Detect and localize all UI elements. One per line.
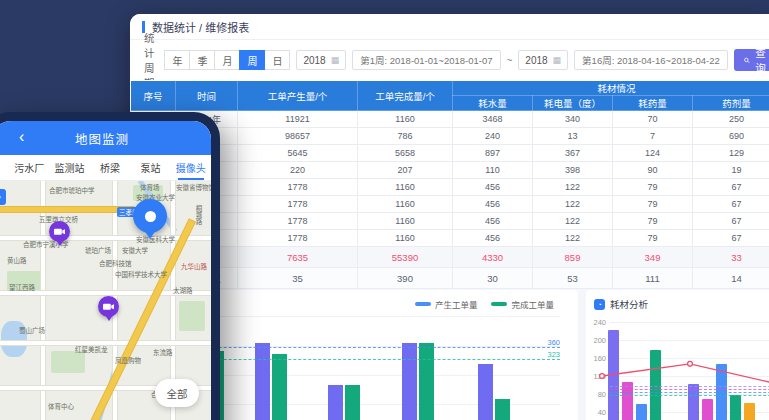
- y-axis-tick: 40: [586, 408, 606, 417]
- map-view[interactable]: › 全部 合肥市琥珀中学体育场安徽农业大学安徽省博物馆桐城路五里墩立交桥三孝口安…: [0, 181, 211, 420]
- y-axis-tick: 240: [586, 318, 606, 327]
- y-axis-tick: 200: [586, 336, 606, 345]
- table-total-row: 合计763555390433085934933: [131, 247, 769, 268]
- camera-icon: [54, 227, 65, 236]
- map-park: [51, 351, 85, 373]
- map-label: 合肥科技馆: [99, 258, 132, 268]
- legend-label: 产生工单量: [435, 298, 478, 310]
- map-park: [179, 301, 205, 331]
- consumables-chart-plot: 2402001601208040: [586, 290, 769, 420]
- table-row: 7177811604561227967: [131, 213, 769, 230]
- col-header: 序号: [131, 81, 176, 111]
- map-label: 桐城路: [193, 205, 203, 225]
- week-from-field[interactable]: 第1周: 2018-01-01~2018-01-07: [352, 50, 500, 70]
- phone-tab-bar: 污水厂监测站桥梁泵站摄像头: [0, 155, 211, 181]
- tab-桥梁[interactable]: 桥梁: [90, 155, 130, 180]
- year-to-value: 2018: [525, 55, 547, 66]
- map-label: 太湖路: [173, 285, 193, 295]
- y-axis-tick: 160: [586, 354, 606, 363]
- expand-icon[interactable]: ›: [0, 189, 6, 205]
- consumable-bar: [744, 403, 755, 420]
- bar-产生工单量: [255, 343, 270, 420]
- tab-泵站[interactable]: 泵站: [130, 155, 170, 180]
- report-table: 序号 时间 工单产生量/个 工单完成量/个 耗材情况 耗水量 耗电量（度） 耗药…: [130, 80, 769, 289]
- table-average-row: 平均值35390305311114: [131, 268, 769, 289]
- consumable-bar: [636, 404, 647, 420]
- table-row: 6177811604561227967: [131, 196, 769, 213]
- bar-完成工单量: [419, 343, 434, 420]
- map-label: 红星美凯龙: [75, 344, 108, 354]
- period-option-年[interactable]: 年: [164, 50, 190, 70]
- breadcrumb-bar: 数据统计 / 维修报表: [130, 14, 769, 40]
- phone-title: 地图监测: [75, 129, 129, 148]
- marker-dot: [145, 211, 156, 222]
- reference-line: [610, 395, 769, 396]
- map-label: 望江西路: [9, 282, 35, 292]
- period-option-季[interactable]: 季: [189, 50, 215, 70]
- gridline: [610, 322, 769, 323]
- legend-swatch: [491, 302, 507, 306]
- y-axis-tick: 120: [586, 372, 606, 381]
- report-table-body: 12014年1192111603468340702502986577862401…: [131, 111, 769, 289]
- reference-line: [610, 386, 769, 387]
- map-label: 安徽省博物馆: [176, 182, 211, 192]
- group-header: 耗材情况: [453, 81, 769, 96]
- tab-监测站[interactable]: 监测站: [49, 155, 89, 180]
- year-to-select[interactable]: 2018 ▦: [518, 50, 568, 70]
- legend-label: 完成工单量: [511, 298, 554, 310]
- selected-location-marker[interactable]: [133, 199, 167, 233]
- desktop-panel: 数据统计 / 维修报表 统计周期: 年季月周日 2018 ▦ 第1周: 2018…: [130, 14, 769, 420]
- consumable-bar: [702, 399, 713, 420]
- reference-label: 323: [547, 350, 560, 359]
- reference-line: [610, 389, 769, 390]
- tab-摄像头[interactable]: 摄像头: [171, 155, 211, 180]
- bar-产生工单量: [402, 343, 417, 420]
- sub-header: 耗水量: [453, 96, 533, 111]
- search-button[interactable]: 查询: [734, 49, 769, 71]
- sub-header: 耗电量（度）: [533, 96, 613, 111]
- camera-marker[interactable]: [49, 221, 70, 242]
- tab-污水厂[interactable]: 污水厂: [9, 155, 49, 180]
- page-background: 数据统计 / 维修报表 统计周期: 年季月周日 2018 ▦ 第1周: 2018…: [0, 0, 769, 420]
- sub-header: 药剂量: [693, 96, 769, 111]
- map-label: 蜀山广场: [19, 325, 45, 335]
- breadcrumb: 数据统计 / 维修报表: [152, 19, 249, 35]
- back-icon[interactable]: ‹: [19, 127, 24, 147]
- filter-bar: 统计周期: 年季月周日 2018 ▦ 第1周: 2018-01-01~2018-…: [130, 40, 769, 80]
- camera-icon: [103, 302, 114, 311]
- camera-marker[interactable]: [98, 296, 119, 317]
- week-to-field[interactable]: 第16周: 2018-04-16~2018-04-22: [574, 50, 728, 70]
- map-label: 黄山路: [7, 255, 27, 265]
- phone-mockup: ‹ 地图监测 污水厂监测站桥梁泵站摄像头: [0, 112, 220, 420]
- table-header: 序号 时间 工单产生量/个 工单完成量/个 耗材情况 耗水量 耗电量（度） 耗药…: [131, 81, 769, 111]
- year-from-select[interactable]: 2018 ▦: [296, 50, 346, 70]
- reference-label: 360: [547, 338, 560, 347]
- col-header: 工单完成量/个: [358, 81, 453, 111]
- table-row: 8177811604561227967: [131, 230, 769, 247]
- year-from-value: 2018: [303, 55, 325, 66]
- table-row: 356455658897367124129: [131, 145, 769, 162]
- period-option-日[interactable]: 日: [264, 50, 290, 70]
- legend-swatch: [415, 302, 431, 306]
- legend-item: 完成工单量: [491, 298, 554, 310]
- gridline: [610, 358, 769, 359]
- period-option-月[interactable]: 月: [214, 50, 240, 70]
- map-label: 东流路: [153, 347, 173, 357]
- gridline: [610, 340, 769, 341]
- range-separator: ~: [507, 55, 513, 66]
- map-label: 琥珀广场: [85, 245, 111, 255]
- sub-header: 耗药量: [613, 96, 693, 111]
- legend-item: 产生工单量: [415, 298, 478, 310]
- consumables-chart-card: ◔ 耗材分析 2402001601208040: [586, 290, 769, 420]
- all-filter-button[interactable]: 全部: [155, 379, 199, 407]
- map-label: 体育中心: [48, 401, 74, 411]
- bar-产生工单量: [478, 364, 493, 420]
- map-label: 中国科学技术大学: [115, 269, 167, 279]
- bar-完成工单量: [272, 354, 287, 420]
- table-row: 12014年119211160346834070250: [131, 111, 769, 128]
- bar-完成工单量: [495, 399, 510, 420]
- map-highway: [0, 207, 133, 212]
- table-row: 42202071103989019: [131, 162, 769, 179]
- period-option-周[interactable]: 周: [239, 50, 265, 70]
- map-label: 凤凰购物: [115, 355, 141, 365]
